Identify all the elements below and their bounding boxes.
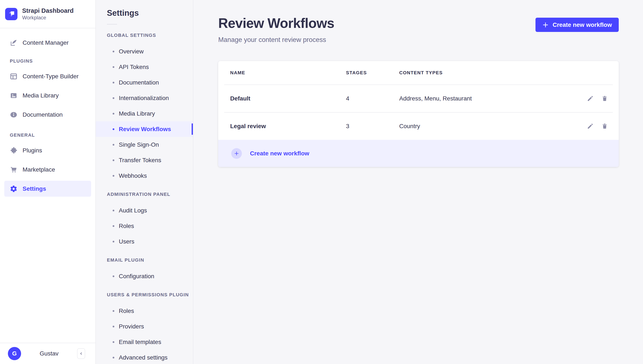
row-actions — [581, 122, 609, 130]
sidebar-item-content-type-builder[interactable]: Content-Type Builder — [4, 68, 91, 84]
active-indicator — [192, 124, 193, 135]
subnav-item-review-workflows[interactable]: Review Workflows — [96, 121, 193, 137]
pencil-icon — [587, 123, 594, 130]
table-row[interactable]: Legal review 3 Country — [218, 112, 619, 140]
subnav-title: Settings — [107, 8, 193, 18]
create-workflow-footer-button[interactable]: Create new workflow — [218, 140, 619, 167]
cart-icon — [10, 166, 18, 174]
sidebar-item-marketplace[interactable]: Marketplace — [4, 162, 91, 178]
plus-icon — [542, 22, 549, 28]
create-workflow-button-label: Create new workflow — [552, 22, 612, 28]
sidebar-nav: Content Manager PLUGINS Content-Type Bui… — [0, 28, 96, 197]
settings-subnav: Settings GLOBAL SETTINGS Overview API To… — [96, 0, 193, 364]
subnav-item-overview[interactable]: Overview — [96, 44, 193, 59]
bullet-dot — [113, 310, 114, 312]
subnav-item-label: Overview — [119, 48, 144, 55]
subnav-item-roles-up[interactable]: Roles — [96, 303, 193, 319]
bullet-dot — [113, 276, 114, 277]
subnav-item-label: Single Sign-On — [119, 141, 159, 148]
sidebar-item-label: Media Library — [22, 92, 59, 99]
subnav-item-providers[interactable]: Providers — [96, 319, 193, 334]
footer-action-label: Create new workflow — [250, 150, 309, 157]
workflow-stages: 4 — [346, 95, 399, 102]
bullet-dot — [113, 341, 114, 343]
sidebar-item-settings[interactable]: Settings — [4, 181, 91, 197]
subnav-section-users-permissions-plugin: USERS & PERMISSIONS PLUGIN — [107, 292, 193, 298]
trash-icon — [601, 123, 608, 130]
info-icon — [10, 111, 18, 118]
subnav-section-global-settings: GLOBAL SETTINGS — [107, 32, 193, 38]
bullet-dot — [113, 128, 114, 130]
edit-workflow-button[interactable] — [586, 94, 594, 103]
subnav-item-api-tokens[interactable]: API Tokens — [96, 59, 193, 75]
bullet-dot — [113, 144, 114, 146]
workspace-name: Workplace — [22, 14, 74, 21]
subnav-item-label: Webhooks — [119, 172, 147, 179]
column-header-name: NAME — [230, 70, 346, 76]
subnav-item-label: Review Workflows — [119, 126, 171, 132]
sidebar-item-documentation[interactable]: Documentation — [4, 107, 91, 122]
create-workflow-button[interactable]: Create new workflow — [536, 18, 619, 32]
subnav-title-divider — [107, 24, 117, 24]
sidebar-section-plugins: PLUGINS — [10, 58, 96, 64]
bullet-dot — [113, 210, 114, 212]
subnav-item-webhooks[interactable]: Webhooks — [96, 168, 193, 184]
sidebar-item-content-manager[interactable]: Content Manager — [4, 35, 91, 51]
bullet-dot — [113, 97, 114, 99]
subnav-item-label: Audit Logs — [119, 207, 147, 214]
page-subtitle: Manage your content review process — [218, 36, 536, 44]
sidebar-collapse-button[interactable] — [77, 348, 85, 359]
sidebar-section-general: GENERAL — [10, 132, 96, 138]
subnav-item-label: Email templates — [119, 339, 161, 346]
bullet-dot — [113, 175, 114, 177]
sidebar-item-media-library[interactable]: Media Library — [4, 88, 91, 104]
subnav-item-roles-admin[interactable]: Roles — [96, 218, 193, 234]
feather-pen-icon — [10, 39, 18, 46]
sidebar-item-plugins[interactable]: Plugins — [4, 142, 91, 158]
subnav-section-email-plugin: EMAIL PLUGIN — [107, 257, 193, 263]
bullet-dot — [113, 160, 114, 161]
workflow-content-types: Country — [399, 123, 581, 130]
subnav-item-email-templates[interactable]: Email templates — [96, 334, 193, 350]
subnav-item-label: Documentation — [119, 79, 159, 86]
page-header: Review Workflows Manage your content rev… — [218, 16, 619, 44]
subnav-item-audit-logs[interactable]: Audit Logs — [96, 203, 193, 218]
subnav-item-label: Roles — [119, 223, 134, 230]
subnav-item-transfer-tokens[interactable]: Transfer Tokens — [96, 152, 193, 168]
subnav-item-label: Configuration — [119, 273, 154, 280]
workflow-stages: 3 — [346, 123, 399, 130]
subnav-item-label: Media Library — [119, 110, 155, 117]
subnav-item-documentation[interactable]: Documentation — [96, 75, 193, 90]
puzzle-icon — [10, 147, 18, 154]
page-titles: Review Workflows Manage your content rev… — [218, 16, 536, 44]
brand-text: Strapi Dashboard Workplace — [22, 7, 74, 21]
delete-workflow-button[interactable] — [600, 94, 609, 103]
bullet-dot — [113, 326, 114, 328]
table-header-row: NAME STAGES CONTENT TYPES — [218, 61, 619, 84]
plus-icon — [234, 151, 239, 156]
subnav-item-users[interactable]: Users — [96, 234, 193, 249]
trash-icon — [601, 95, 608, 102]
brand-block[interactable]: Strapi Dashboard Workplace — [0, 0, 96, 28]
workflow-name: Default — [230, 95, 346, 102]
page-title: Review Workflows — [218, 16, 536, 30]
user-name: Gustav — [21, 350, 77, 357]
user-avatar[interactable]: G — [8, 347, 21, 360]
pencil-icon — [587, 95, 594, 102]
subnav-item-label: Users — [119, 238, 134, 245]
table-row[interactable]: Default 4 Address, Menu, Restaurant — [218, 85, 619, 112]
subnav-item-configuration[interactable]: Configuration — [96, 268, 193, 284]
chevron-left-icon — [79, 352, 83, 356]
subnav-item-single-sign-on[interactable]: Single Sign-On — [96, 137, 193, 152]
bullet-dot — [113, 51, 114, 52]
column-header-content-types: CONTENT TYPES — [399, 70, 581, 76]
delete-workflow-button[interactable] — [600, 122, 609, 130]
subnav-item-internationalization[interactable]: Internationalization — [96, 90, 193, 106]
row-actions — [581, 94, 609, 103]
layout-grid-icon — [10, 72, 18, 80]
subnav-item-advanced-settings[interactable]: Advanced settings — [96, 350, 193, 364]
subnav-item-media-library[interactable]: Media Library — [96, 106, 193, 121]
sidebar-item-label: Marketplace — [22, 166, 55, 173]
bullet-dot — [113, 225, 114, 227]
edit-workflow-button[interactable] — [586, 122, 594, 130]
